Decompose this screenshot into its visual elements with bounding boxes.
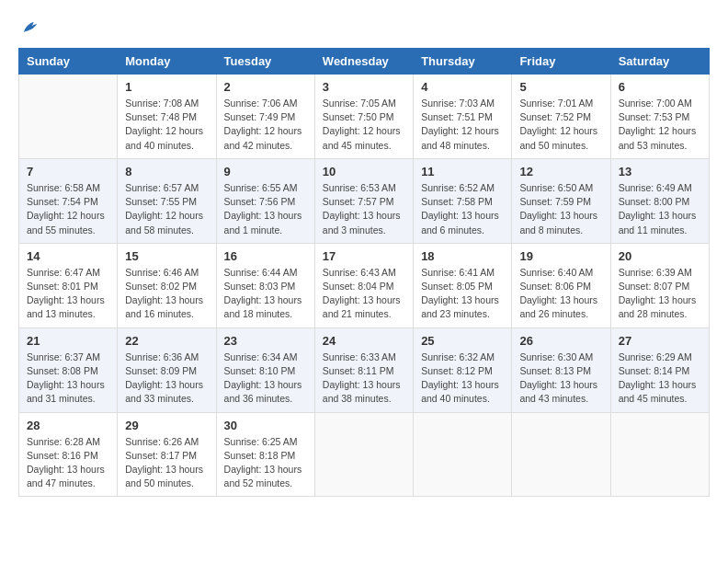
calendar-week-4: 28Sunrise: 6:28 AMSunset: 8:16 PMDayligh… <box>19 412 710 497</box>
calendar-cell: 9Sunrise: 6:55 AMSunset: 7:56 PMDaylight… <box>216 158 314 243</box>
calendar-cell: 25Sunrise: 6:32 AMSunset: 8:12 PMDayligh… <box>414 327 512 412</box>
day-info: Sunrise: 7:00 AMSunset: 7:53 PMDaylight:… <box>619 97 701 153</box>
calendar-week-2: 14Sunrise: 6:47 AMSunset: 8:01 PMDayligh… <box>19 243 710 327</box>
calendar-cell: 22Sunrise: 6:36 AMSunset: 8:09 PMDayligh… <box>118 327 216 412</box>
day-info: Sunrise: 6:58 AMSunset: 7:54 PMDaylight:… <box>27 181 109 237</box>
calendar-cell <box>314 412 413 497</box>
day-number: 20 <box>619 249 701 263</box>
col-sunday: Sunday <box>19 49 118 75</box>
calendar-cell <box>19 75 118 159</box>
day-info: Sunrise: 6:37 AMSunset: 8:08 PMDaylight:… <box>27 350 109 407</box>
day-info: Sunrise: 6:25 AMSunset: 8:18 PMDaylight:… <box>224 435 307 491</box>
day-number: 1 <box>125 80 208 94</box>
calendar-cell: 10Sunrise: 6:53 AMSunset: 7:57 PMDayligh… <box>314 158 413 243</box>
day-number: 24 <box>323 334 405 348</box>
day-info: Sunrise: 6:28 AMSunset: 8:16 PMDaylight:… <box>27 435 109 491</box>
day-number: 11 <box>421 165 504 178</box>
day-info: Sunrise: 6:53 AMSunset: 7:57 PMDaylight:… <box>323 181 405 237</box>
day-info: Sunrise: 7:03 AMSunset: 7:51 PMDaylight:… <box>421 97 504 153</box>
calendar-cell: 2Sunrise: 7:06 AMSunset: 7:49 PMDaylight… <box>216 75 314 159</box>
calendar-cell: 21Sunrise: 6:37 AMSunset: 8:08 PMDayligh… <box>19 327 118 412</box>
header-row: Sunday Monday Tuesday Wednesday Thursday… <box>19 49 710 75</box>
calendar-week-3: 21Sunrise: 6:37 AMSunset: 8:08 PMDayligh… <box>19 327 710 412</box>
calendar-cell: 29Sunrise: 6:26 AMSunset: 8:17 PMDayligh… <box>118 412 216 497</box>
day-info: Sunrise: 6:49 AMSunset: 8:00 PMDaylight:… <box>619 181 701 237</box>
col-tuesday: Tuesday <box>216 49 314 75</box>
day-info: Sunrise: 6:36 AMSunset: 8:09 PMDaylight:… <box>125 350 208 407</box>
day-info: Sunrise: 6:50 AMSunset: 7:59 PMDaylight:… <box>519 181 602 237</box>
calendar-cell: 23Sunrise: 6:34 AMSunset: 8:10 PMDayligh… <box>216 327 314 412</box>
calendar-cell: 7Sunrise: 6:58 AMSunset: 7:54 PMDaylight… <box>19 158 118 243</box>
day-number: 6 <box>619 80 701 94</box>
calendar-cell: 18Sunrise: 6:41 AMSunset: 8:05 PMDayligh… <box>414 243 512 327</box>
day-number: 23 <box>224 334 307 348</box>
day-info: Sunrise: 7:06 AMSunset: 7:49 PMDaylight:… <box>224 97 307 153</box>
day-info: Sunrise: 6:52 AMSunset: 7:58 PMDaylight:… <box>421 181 504 237</box>
day-info: Sunrise: 6:32 AMSunset: 8:12 PMDaylight:… <box>421 350 504 407</box>
day-number: 17 <box>323 249 405 263</box>
col-saturday: Saturday <box>610 49 709 75</box>
calendar-cell: 30Sunrise: 6:25 AMSunset: 8:18 PMDayligh… <box>216 412 314 497</box>
day-info: Sunrise: 6:39 AMSunset: 8:07 PMDaylight:… <box>619 266 701 322</box>
calendar-wrapper: Sunday Monday Tuesday Wednesday Thursday… <box>0 0 728 563</box>
logo-bird-icon <box>20 18 40 39</box>
calendar-cell: 14Sunrise: 6:47 AMSunset: 8:01 PMDayligh… <box>19 243 118 327</box>
day-info: Sunrise: 6:55 AMSunset: 7:56 PMDaylight:… <box>224 181 307 237</box>
calendar-table: Sunday Monday Tuesday Wednesday Thursday… <box>18 48 710 497</box>
day-info: Sunrise: 6:40 AMSunset: 8:06 PMDaylight:… <box>519 266 602 322</box>
day-number: 4 <box>421 80 504 94</box>
day-number: 26 <box>519 334 602 348</box>
calendar-cell <box>414 412 512 497</box>
col-friday: Friday <box>512 49 610 75</box>
day-info: Sunrise: 6:46 AMSunset: 8:02 PMDaylight:… <box>125 266 208 322</box>
col-monday: Monday <box>118 49 216 75</box>
calendar-cell: 16Sunrise: 6:44 AMSunset: 8:03 PMDayligh… <box>216 243 314 327</box>
calendar-cell: 11Sunrise: 6:52 AMSunset: 7:58 PMDayligh… <box>414 158 512 243</box>
day-number: 18 <box>421 249 504 263</box>
calendar-cell: 3Sunrise: 7:05 AMSunset: 7:50 PMDaylight… <box>314 75 413 159</box>
day-number: 8 <box>125 165 208 178</box>
calendar-cell: 1Sunrise: 7:08 AMSunset: 7:48 PMDaylight… <box>118 75 216 159</box>
day-number: 16 <box>224 249 307 263</box>
day-number: 21 <box>27 334 109 348</box>
calendar-cell: 17Sunrise: 6:43 AMSunset: 8:04 PMDayligh… <box>314 243 413 327</box>
calendar-cell <box>512 412 610 497</box>
day-number: 7 <box>27 165 109 178</box>
day-number: 12 <box>519 165 602 178</box>
day-info: Sunrise: 7:05 AMSunset: 7:50 PMDaylight:… <box>323 97 405 153</box>
day-info: Sunrise: 6:26 AMSunset: 8:17 PMDaylight:… <box>125 435 208 491</box>
calendar-cell: 12Sunrise: 6:50 AMSunset: 7:59 PMDayligh… <box>512 158 610 243</box>
calendar-week-1: 7Sunrise: 6:58 AMSunset: 7:54 PMDaylight… <box>19 158 710 243</box>
day-info: Sunrise: 6:29 AMSunset: 8:14 PMDaylight:… <box>619 350 701 407</box>
col-wednesday: Wednesday <box>314 49 413 75</box>
day-number: 3 <box>323 80 405 94</box>
day-number: 14 <box>27 249 109 263</box>
day-number: 19 <box>519 249 602 263</box>
day-info: Sunrise: 6:44 AMSunset: 8:03 PMDaylight:… <box>224 266 307 322</box>
calendar-cell: 24Sunrise: 6:33 AMSunset: 8:11 PMDayligh… <box>314 327 413 412</box>
calendar-cell: 15Sunrise: 6:46 AMSunset: 8:02 PMDayligh… <box>118 243 216 327</box>
day-number: 29 <box>125 419 208 432</box>
day-number: 27 <box>619 334 701 348</box>
calendar-cell: 4Sunrise: 7:03 AMSunset: 7:51 PMDaylight… <box>414 75 512 159</box>
calendar-cell: 27Sunrise: 6:29 AMSunset: 8:14 PMDayligh… <box>610 327 709 412</box>
day-info: Sunrise: 6:33 AMSunset: 8:11 PMDaylight:… <box>323 350 405 407</box>
calendar-cell: 13Sunrise: 6:49 AMSunset: 8:00 PMDayligh… <box>610 158 709 243</box>
day-number: 5 <box>519 80 602 94</box>
day-number: 30 <box>224 419 307 432</box>
calendar-week-0: 1Sunrise: 7:08 AMSunset: 7:48 PMDaylight… <box>19 75 710 159</box>
day-info: Sunrise: 6:30 AMSunset: 8:13 PMDaylight:… <box>519 350 602 407</box>
day-info: Sunrise: 6:41 AMSunset: 8:05 PMDaylight:… <box>421 266 504 322</box>
day-number: 13 <box>619 165 701 178</box>
day-number: 2 <box>224 80 307 94</box>
calendar-cell: 6Sunrise: 7:00 AMSunset: 7:53 PMDaylight… <box>610 75 709 159</box>
day-number: 9 <box>224 165 307 178</box>
calendar-cell: 20Sunrise: 6:39 AMSunset: 8:07 PMDayligh… <box>610 243 709 327</box>
day-number: 10 <box>323 165 405 178</box>
day-number: 25 <box>421 334 504 348</box>
calendar-cell: 8Sunrise: 6:57 AMSunset: 7:55 PMDaylight… <box>118 158 216 243</box>
calendar-cell <box>610 412 709 497</box>
day-number: 22 <box>125 334 208 348</box>
col-thursday: Thursday <box>414 49 512 75</box>
day-info: Sunrise: 6:34 AMSunset: 8:10 PMDaylight:… <box>224 350 307 407</box>
